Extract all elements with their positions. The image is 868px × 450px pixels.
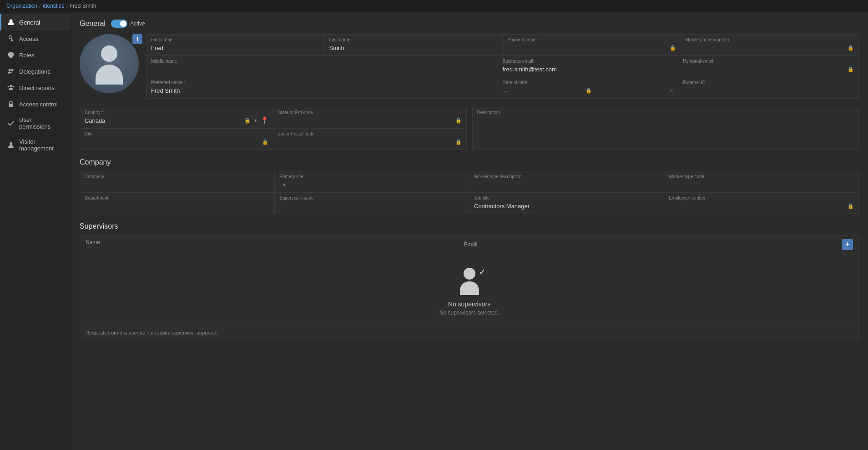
breadcrumb-sep1: / <box>39 3 40 9</box>
person-icon <box>7 18 15 26</box>
supervisors-section: Supervisors Name Email + ✓ No supervisor… <box>80 222 859 340</box>
general-title: General <box>80 20 106 28</box>
preferred-name-field[interactable]: Preferred name * Fred Smith <box>146 77 498 98</box>
supervisors-empty-state: ✓ No supervisors No supervisors selected… <box>80 254 858 325</box>
country-field[interactable]: Country * Canada 🔒 ▼ 📍 <box>80 107 273 129</box>
supervisors-empty-subtitle: No supervisors selected. <box>439 310 499 316</box>
svg-point-4 <box>8 86 10 88</box>
supervisor-name-field[interactable]: Supervisor name <box>275 193 469 214</box>
delegate-icon <box>7 67 15 75</box>
company-name-field[interactable]: Company <box>80 171 275 193</box>
svg-point-5 <box>13 86 15 88</box>
add-supervisor-button[interactable]: + <box>842 239 853 250</box>
phone-number-field[interactable]: Phone number 🔒 <box>503 35 681 56</box>
breadcrumb-identities[interactable]: Identities <box>42 3 64 9</box>
company-row-2: Department Supervisor name <box>80 193 858 214</box>
sidebar-item-direct-reports[interactable]: Direct reports <box>0 80 70 96</box>
fields-row-1: First name Fred Last name Smith <box>146 35 858 56</box>
map-pin-icon: 📍 <box>261 117 268 124</box>
supervisors-col-email: Email <box>464 239 843 250</box>
date-of-birth-field[interactable]: Date of birth — 🔒 ✕ <box>498 77 679 98</box>
sup-body <box>460 281 479 295</box>
svg-rect-6 <box>9 104 13 107</box>
company-section: Company Company Primary site <box>80 158 859 214</box>
sidebar-label-roles: Roles <box>19 52 34 59</box>
supervisors-empty-title: No supervisors <box>448 300 490 308</box>
zip-lock-icon: 🔒 <box>455 139 462 145</box>
sidebar-item-roles[interactable]: Roles <box>0 47 70 63</box>
svg-point-3 <box>10 85 12 87</box>
breadcrumb: Organization / Identities / Fred Smith <box>0 0 868 12</box>
country-value: Canada <box>85 117 106 124</box>
description-field[interactable]: Description <box>473 107 859 150</box>
sidebar-item-access[interactable]: Access <box>0 30 70 47</box>
svg-point-2 <box>11 69 14 71</box>
employee-number-lock-icon: 🔒 <box>848 203 854 209</box>
general-section-header: General Active <box>80 20 859 28</box>
country-dropdown-icon[interactable]: ▼ <box>253 118 258 123</box>
sidebar-item-general[interactable]: General <box>0 14 70 30</box>
avatar[interactable] <box>80 34 139 93</box>
key-icon <box>7 35 15 43</box>
sidebar: General Access Roles <box>0 12 71 450</box>
country-lock-icon: 🔒 <box>244 118 251 124</box>
main-content: General Active ℹ <box>71 12 868 450</box>
sidebar-item-delegations[interactable]: Delegations <box>0 63 70 80</box>
middle-name-field[interactable]: Middle name <box>146 56 498 77</box>
active-toggle[interactable] <box>111 20 127 28</box>
sidebar-item-access-control[interactable]: Access control <box>0 96 70 112</box>
sidebar-label-delegations: Delegations <box>19 68 50 75</box>
fields-row-1-card: First name Fred Last name Smith <box>146 34 859 99</box>
business-email-value: fred.smith@test.com <box>503 66 557 73</box>
sidebar-item-user-permissions[interactable]: User permissions <box>0 112 70 134</box>
dob-clear-icon[interactable]: ✕ <box>669 88 673 94</box>
last-name-field[interactable]: Last name Smith <box>325 35 503 56</box>
zip-field[interactable]: Zip or Postal code 🔒 <box>273 129 466 150</box>
employee-number-field[interactable]: Employee number 🔒 <box>664 193 858 214</box>
info-icon[interactable]: ℹ <box>132 34 142 44</box>
worker-type-code-field[interactable]: Worker type code <box>664 171 858 193</box>
business-email-field[interactable]: Business email fred.smith@test.com <box>498 56 679 77</box>
last-name-value: Smith <box>329 45 344 51</box>
external-id-field[interactable]: External ID <box>678 77 858 98</box>
supervisor-note: Requests from this user do not require s… <box>80 325 858 340</box>
general-top-area: ℹ First name Fred <box>80 34 859 100</box>
avatar-head <box>101 45 117 62</box>
state-field[interactable]: State or Province 🔒 <box>273 107 466 129</box>
personal-email-field[interactable]: Personal email 🔒 <box>678 56 858 77</box>
first-name-field[interactable]: First name Fred <box>146 35 325 56</box>
shield-icon <box>7 51 15 59</box>
mobile-phone-field[interactable]: Mobile phone number 🔒 <box>681 35 859 56</box>
supervisors-col-name: Name <box>86 239 464 250</box>
supervisors-table: Name Email + ✓ No supervisors No supervi… <box>80 235 859 340</box>
visitor-icon <box>7 141 15 149</box>
company-row-1: Company Primary site ▼ <box>80 171 858 193</box>
breadcrumb-org[interactable]: Organization <box>6 3 37 9</box>
city-zip-row: City 🔒 Zip or Postal code � <box>80 129 466 150</box>
toggle-label: Active <box>130 20 145 27</box>
svg-point-1 <box>9 69 11 71</box>
breadcrumb-current: Fred Smith <box>70 3 96 9</box>
checkmark-icon <box>7 119 15 127</box>
sidebar-label-access: Access <box>19 35 38 42</box>
group-icon <box>7 84 15 92</box>
sidebar-item-visitor-management[interactable]: Visitor management <box>0 134 70 156</box>
fields-container: First name Fred Last name Smith <box>146 34 859 100</box>
job-title-value: Contractors Manager <box>474 203 530 210</box>
address-section: Country * Canada 🔒 ▼ 📍 State or Province <box>80 107 859 150</box>
city-field[interactable]: City 🔒 <box>80 129 273 150</box>
supervisors-header: Name Email + <box>80 235 858 254</box>
mobile-lock-icon: 🔒 <box>848 45 854 51</box>
phone-lock-icon: 🔒 <box>670 45 676 51</box>
worker-type-desc-field[interactable]: Worker type description <box>469 171 664 193</box>
sidebar-label-direct-reports: Direct reports <box>19 85 55 91</box>
avatar-body <box>96 65 123 85</box>
supervisors-title: Supervisors <box>80 222 859 230</box>
sidebar-label-visitor-management: Visitor management <box>19 138 65 152</box>
primary-site-dropdown-icon[interactable]: ▼ <box>282 182 287 187</box>
fields-row-3: Preferred name * Fred Smith Date of birt… <box>146 77 858 98</box>
primary-site-field[interactable]: Primary site ▼ <box>275 171 469 193</box>
job-title-field[interactable]: Job title Contractors Manager <box>469 193 664 214</box>
supervisor-empty-icon: ✓ <box>456 268 483 295</box>
department-field[interactable]: Department <box>80 193 275 214</box>
